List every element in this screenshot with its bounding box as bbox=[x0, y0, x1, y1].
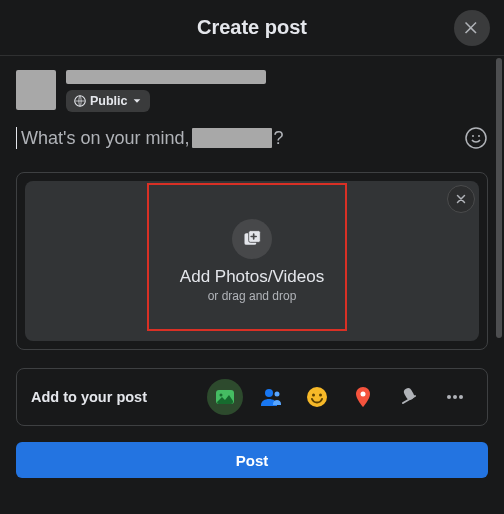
feeling-activity-button[interactable] bbox=[299, 379, 335, 415]
microphone-icon bbox=[397, 385, 421, 409]
check-in-button[interactable] bbox=[345, 379, 381, 415]
svg-point-12 bbox=[319, 394, 322, 397]
tag-people-button[interactable] bbox=[253, 379, 289, 415]
photo-add-icon bbox=[242, 229, 262, 249]
media-upload-container: Add Photos/Videos or drag and drop bbox=[16, 172, 488, 350]
close-icon bbox=[462, 18, 482, 38]
username-redacted bbox=[192, 128, 272, 148]
svg-point-15 bbox=[447, 395, 451, 399]
svg-point-3 bbox=[478, 135, 480, 137]
media-upload-dropzone[interactable]: Add Photos/Videos or drag and drop bbox=[25, 181, 479, 341]
avatar bbox=[16, 70, 56, 110]
photo-video-icon bbox=[213, 385, 237, 409]
attachment-icons bbox=[207, 379, 473, 415]
svg-point-17 bbox=[459, 395, 463, 399]
remove-media-upload-button[interactable] bbox=[447, 185, 475, 213]
tag-people-icon bbox=[259, 385, 283, 409]
upload-subtitle: or drag and drop bbox=[208, 289, 297, 303]
svg-point-10 bbox=[307, 387, 327, 407]
svg-point-9 bbox=[275, 392, 280, 397]
svg-point-7 bbox=[220, 394, 223, 397]
caret-down-icon bbox=[132, 96, 142, 106]
more-icon bbox=[443, 385, 467, 409]
close-icon bbox=[454, 192, 468, 206]
post-button[interactable]: Post bbox=[16, 442, 488, 478]
microphone-button[interactable] bbox=[391, 379, 427, 415]
scrollbar[interactable] bbox=[496, 58, 502, 338]
svg-point-16 bbox=[453, 395, 457, 399]
post-button-label: Post bbox=[236, 452, 269, 469]
add-to-post-label: Add to your post bbox=[31, 389, 147, 405]
feeling-icon bbox=[305, 385, 329, 409]
audience-label: Public bbox=[90, 94, 128, 108]
svg-point-13 bbox=[361, 392, 366, 397]
smiley-icon bbox=[464, 126, 488, 150]
more-options-button[interactable] bbox=[437, 379, 473, 415]
add-to-post-row: Add to your post bbox=[16, 368, 488, 426]
svg-point-2 bbox=[472, 135, 474, 137]
check-in-icon bbox=[351, 385, 375, 409]
composer[interactable]: What's on your mind, ? bbox=[0, 118, 504, 154]
dialog-header: Create post bbox=[0, 0, 504, 56]
text-caret bbox=[16, 127, 17, 149]
upload-title: Add Photos/Videos bbox=[180, 267, 324, 287]
svg-point-1 bbox=[466, 128, 486, 148]
close-dialog-button[interactable] bbox=[454, 10, 490, 46]
add-media-icon-circle bbox=[232, 219, 272, 259]
dialog-title: Create post bbox=[197, 16, 307, 39]
svg-point-8 bbox=[265, 389, 273, 397]
author-section: Public bbox=[0, 56, 504, 118]
audience-selector-button[interactable]: Public bbox=[66, 90, 150, 112]
author-name-redacted bbox=[66, 70, 266, 84]
composer-placeholder: What's on your mind, ? bbox=[16, 127, 284, 149]
photo-video-button[interactable] bbox=[207, 379, 243, 415]
globe-icon bbox=[74, 95, 86, 107]
emoji-picker-button[interactable] bbox=[464, 126, 488, 150]
svg-point-11 bbox=[312, 394, 315, 397]
